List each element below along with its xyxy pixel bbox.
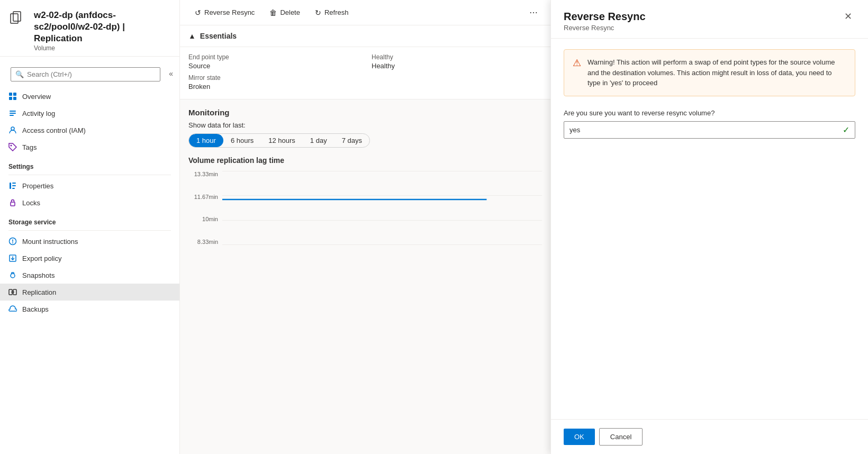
time-tab-1hour[interactable]: 1 hour: [189, 134, 223, 147]
overview-icon: [8, 92, 17, 101]
mount-icon: [8, 237, 17, 246]
y-label-1: 13.33min: [188, 171, 218, 177]
snapshots-label: Snapshots: [22, 271, 55, 279]
svg-point-20: [11, 274, 15, 278]
essentials-mirror: Mirror state Broken: [188, 74, 359, 90]
svg-rect-4: [9, 97, 12, 100]
overview-label: Overview: [22, 93, 51, 101]
settings-section-label: Settings: [0, 156, 179, 172]
sidebar-item-properties[interactable]: Properties: [0, 177, 179, 194]
y-label-4: 8.33min: [188, 239, 218, 245]
sidebar-item-overview[interactable]: Overview: [0, 88, 179, 105]
main-nav: Overview Activity log Access control (IA…: [0, 88, 179, 156]
refresh-button[interactable]: ↻ Refresh: [309, 6, 355, 20]
page-header-text: w2-02-dp (anfdocs-sc2/pool0/w2-02-dp) | …: [34, 10, 171, 52]
y-label-3: 10min: [188, 216, 218, 222]
essentials-healthy: Healthy Healthy: [372, 53, 542, 70]
confirm-input-container: ✓: [564, 121, 855, 139]
essentials-endpoint: End point type Source: [188, 53, 359, 70]
panel-close-button[interactable]: ✕: [841, 11, 855, 22]
panel-header-text: Reverse Resync Reverse Resync: [564, 11, 646, 32]
sidebar-item-snapshots[interactable]: Snapshots: [0, 267, 179, 284]
page-subtitle: Volume: [34, 44, 171, 52]
sidebar-item-iam[interactable]: Access control (IAM): [0, 122, 179, 139]
tags-icon: [8, 143, 17, 151]
main-content: ↺ Reverse Resync 🗑 Delete ↻ Refresh ⋯ ▲ …: [180, 0, 550, 454]
svg-rect-3: [13, 93, 16, 96]
replication-label: Replication: [22, 288, 56, 296]
storage-nav: Mount instructions Export policy Snapsho…: [0, 233, 179, 317]
warning-text: Warning! This action will perform a swap…: [587, 57, 846, 88]
chart-svg: [222, 171, 542, 245]
search-input[interactable]: [27, 70, 156, 78]
search-container: 🔍: [11, 67, 160, 81]
properties-icon: [8, 181, 17, 190]
mirror-value: Broken: [188, 83, 359, 90]
ok-button[interactable]: OK: [564, 429, 595, 445]
checkmark-icon: ✓: [843, 125, 849, 135]
storage-section-label: Storage service: [0, 211, 179, 228]
svg-point-9: [11, 127, 14, 130]
chart-title: Volume replication lag time: [188, 156, 542, 165]
essentials-title: Essentials: [200, 32, 237, 40]
warning-box: ⚠ Warning! This action will perform a sw…: [564, 49, 855, 96]
settings-divider: [8, 175, 171, 175]
export-policy-label: Export policy: [22, 255, 61, 262]
time-tab-12hours[interactable]: 12 hours: [261, 134, 303, 147]
collapse-button[interactable]: «: [167, 67, 175, 80]
time-tabs: 1 hour 6 hours 12 hours 1 day 7 days: [188, 133, 370, 148]
delete-label: Delete: [280, 8, 300, 16]
export-icon: [8, 254, 17, 262]
show-data-label: Show data for last:: [188, 121, 542, 129]
monitoring-section: Monitoring Show data for last: 1 hour 6 …: [180, 99, 550, 253]
cancel-button[interactable]: Cancel: [599, 428, 643, 446]
left-sidebar: w2-02-dp (anfdocs-sc2/pool0/w2-02-dp) | …: [0, 0, 180, 454]
page-header: w2-02-dp (anfdocs-sc2/pool0/w2-02-dp) | …: [0, 0, 179, 57]
chart-area: [222, 171, 542, 245]
properties-label: Properties: [22, 182, 53, 190]
locks-label: Locks: [22, 199, 40, 207]
healthy-value: Healthy: [372, 62, 542, 70]
sidebar-item-backups[interactable]: Backups: [0, 301, 179, 317]
essentials-grid: End point type Source Healthy Healthy Mi…: [180, 47, 550, 99]
sidebar-item-tags[interactable]: Tags: [0, 139, 179, 156]
reverse-resync-icon: ↺: [195, 8, 201, 17]
svg-rect-0: [11, 14, 18, 23]
svg-rect-1: [13, 12, 21, 21]
confirm-input[interactable]: [569, 126, 843, 134]
snapshots-icon: [8, 271, 17, 279]
reverse-resync-button[interactable]: ↺ Reverse Resync: [188, 6, 261, 20]
confirm-label: Are you sure you want to reverse resync …: [564, 109, 855, 117]
locks-icon: [8, 198, 17, 207]
svg-rect-12: [12, 183, 16, 184]
more-button[interactable]: ⋯: [525, 5, 542, 20]
svg-rect-15: [11, 202, 15, 206]
settings-nav: Properties Locks: [0, 177, 179, 211]
backups-label: Backups: [22, 305, 49, 313]
time-tab-6hours[interactable]: 6 hours: [223, 134, 261, 147]
iam-icon: [8, 126, 17, 134]
svg-rect-14: [12, 188, 15, 189]
essentials-chevron: ▲: [188, 32, 196, 40]
reverse-resync-panel: Reverse Resync Reverse Resync ✕ ⚠ Warnin…: [550, 0, 868, 454]
y-label-2: 11.67min: [188, 194, 218, 200]
storage-divider: [8, 230, 171, 231]
mirror-label: Mirror state: [188, 74, 359, 81]
sidebar-item-replication[interactable]: Replication: [0, 284, 179, 301]
panel-title: Reverse Resync: [564, 11, 646, 23]
refresh-label: Refresh: [324, 8, 349, 16]
sidebar-item-locks[interactable]: Locks: [0, 194, 179, 211]
delete-button[interactable]: 🗑 Delete: [263, 6, 306, 20]
toolbar: ↺ Reverse Resync 🗑 Delete ↻ Refresh ⋯: [180, 0, 550, 25]
time-tab-1day[interactable]: 1 day: [303, 134, 334, 147]
sidebar-item-activity-log[interactable]: Activity log: [0, 105, 179, 122]
sidebar-item-export-policy[interactable]: Export policy: [0, 250, 179, 267]
backups-icon: [8, 305, 17, 313]
iam-label: Access control (IAM): [22, 126, 86, 134]
sidebar-item-mount-instructions[interactable]: Mount instructions: [0, 233, 179, 250]
time-tab-7days[interactable]: 7 days: [334, 134, 369, 147]
svg-rect-6: [10, 111, 16, 112]
reverse-resync-label: Reverse Resync: [204, 8, 255, 16]
essentials-header[interactable]: ▲ Essentials: [180, 25, 550, 47]
refresh-icon: ↻: [315, 8, 321, 17]
